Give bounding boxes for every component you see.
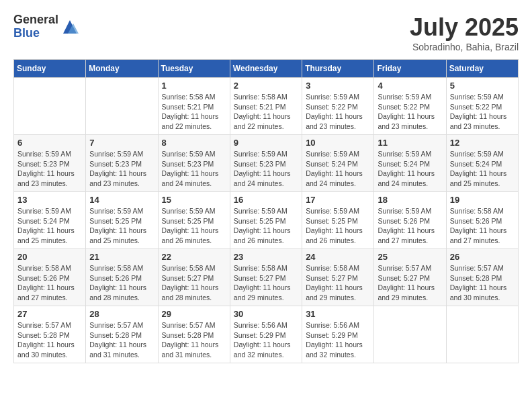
day-number: 13 bbox=[17, 195, 82, 205]
day-info: Sunrise: 5:57 AM Sunset: 5:28 PM Dayligh… bbox=[162, 320, 226, 360]
calendar-cell bbox=[446, 306, 518, 363]
day-info: Sunrise: 5:58 AM Sunset: 5:21 PM Dayligh… bbox=[234, 92, 298, 132]
day-info: Sunrise: 5:59 AM Sunset: 5:24 PM Dayligh… bbox=[17, 206, 82, 246]
day-info: Sunrise: 5:58 AM Sunset: 5:21 PM Dayligh… bbox=[162, 92, 226, 132]
day-number: 27 bbox=[17, 309, 82, 319]
day-info: Sunrise: 5:59 AM Sunset: 5:23 PM Dayligh… bbox=[89, 149, 154, 189]
calendar-cell: 31Sunrise: 5:56 AM Sunset: 5:29 PM Dayli… bbox=[302, 306, 374, 363]
day-number: 31 bbox=[306, 309, 370, 319]
calendar-cell: 18Sunrise: 5:59 AM Sunset: 5:26 PM Dayli… bbox=[374, 192, 446, 249]
day-info: Sunrise: 5:59 AM Sunset: 5:23 PM Dayligh… bbox=[17, 149, 82, 189]
weekday-header: Thursday bbox=[302, 60, 374, 78]
logo-icon bbox=[60, 17, 80, 37]
month-year: July 2025 bbox=[410, 13, 519, 42]
day-number: 16 bbox=[234, 195, 298, 205]
day-number: 23 bbox=[234, 252, 298, 262]
day-info: Sunrise: 5:57 AM Sunset: 5:28 PM Dayligh… bbox=[89, 320, 154, 360]
day-number: 26 bbox=[450, 252, 515, 262]
calendar-cell: 22Sunrise: 5:58 AM Sunset: 5:27 PM Dayli… bbox=[158, 249, 230, 306]
calendar-cell: 21Sunrise: 5:58 AM Sunset: 5:26 PM Dayli… bbox=[86, 249, 158, 306]
page-header: General Blue July 2025 Sobradinho, Bahia… bbox=[13, 13, 519, 52]
calendar-cell: 20Sunrise: 5:58 AM Sunset: 5:26 PM Dayli… bbox=[14, 249, 86, 306]
day-number: 11 bbox=[378, 138, 442, 148]
day-info: Sunrise: 5:58 AM Sunset: 5:26 PM Dayligh… bbox=[450, 206, 515, 246]
day-number: 24 bbox=[306, 252, 370, 262]
calendar-cell: 30Sunrise: 5:56 AM Sunset: 5:29 PM Dayli… bbox=[230, 306, 302, 363]
day-number: 8 bbox=[162, 138, 226, 148]
day-number: 19 bbox=[450, 195, 515, 205]
day-number: 3 bbox=[306, 81, 370, 91]
day-number: 30 bbox=[234, 309, 298, 319]
calendar-cell: 23Sunrise: 5:58 AM Sunset: 5:27 PM Dayli… bbox=[230, 249, 302, 306]
calendar-week-row: 13Sunrise: 5:59 AM Sunset: 5:24 PM Dayli… bbox=[14, 192, 519, 249]
day-info: Sunrise: 5:59 AM Sunset: 5:22 PM Dayligh… bbox=[306, 92, 370, 132]
logo: General Blue bbox=[13, 13, 80, 40]
calendar-week-row: 1Sunrise: 5:58 AM Sunset: 5:21 PM Daylig… bbox=[14, 78, 519, 135]
logo-general: General bbox=[13, 13, 58, 27]
day-number: 12 bbox=[450, 138, 515, 148]
day-number: 21 bbox=[89, 252, 154, 262]
calendar-cell bbox=[14, 78, 86, 135]
weekday-header: Saturday bbox=[446, 60, 518, 78]
day-number: 6 bbox=[17, 138, 82, 148]
calendar-cell: 15Sunrise: 5:59 AM Sunset: 5:25 PM Dayli… bbox=[158, 192, 230, 249]
day-info: Sunrise: 5:56 AM Sunset: 5:29 PM Dayligh… bbox=[234, 320, 298, 360]
day-info: Sunrise: 5:58 AM Sunset: 5:27 PM Dayligh… bbox=[306, 263, 370, 303]
calendar-cell: 14Sunrise: 5:59 AM Sunset: 5:25 PM Dayli… bbox=[86, 192, 158, 249]
day-number: 1 bbox=[162, 81, 226, 91]
day-info: Sunrise: 5:58 AM Sunset: 5:27 PM Dayligh… bbox=[234, 263, 298, 303]
weekday-header: Monday bbox=[86, 60, 158, 78]
calendar-week-row: 6Sunrise: 5:59 AM Sunset: 5:23 PM Daylig… bbox=[14, 135, 519, 192]
day-info: Sunrise: 5:59 AM Sunset: 5:25 PM Dayligh… bbox=[234, 206, 298, 246]
day-number: 4 bbox=[378, 81, 442, 91]
calendar-week-row: 20Sunrise: 5:58 AM Sunset: 5:26 PM Dayli… bbox=[14, 249, 519, 306]
day-number: 20 bbox=[17, 252, 82, 262]
day-info: Sunrise: 5:59 AM Sunset: 5:24 PM Dayligh… bbox=[306, 149, 370, 189]
day-info: Sunrise: 5:58 AM Sunset: 5:26 PM Dayligh… bbox=[17, 263, 82, 303]
day-info: Sunrise: 5:59 AM Sunset: 5:22 PM Dayligh… bbox=[378, 92, 442, 132]
day-number: 7 bbox=[89, 138, 154, 148]
calendar-cell: 29Sunrise: 5:57 AM Sunset: 5:28 PM Dayli… bbox=[158, 306, 230, 363]
day-number: 14 bbox=[89, 195, 154, 205]
logo-blue: Blue bbox=[13, 27, 58, 40]
day-number: 25 bbox=[378, 252, 442, 262]
location: Sobradinho, Bahia, Brazil bbox=[410, 42, 519, 52]
day-number: 5 bbox=[450, 81, 515, 91]
day-number: 9 bbox=[234, 138, 298, 148]
day-number: 10 bbox=[306, 138, 370, 148]
calendar-cell: 4Sunrise: 5:59 AM Sunset: 5:22 PM Daylig… bbox=[374, 78, 446, 135]
calendar-cell: 8Sunrise: 5:59 AM Sunset: 5:23 PM Daylig… bbox=[158, 135, 230, 192]
title-block: July 2025 Sobradinho, Bahia, Brazil bbox=[410, 13, 519, 52]
day-info: Sunrise: 5:59 AM Sunset: 5:24 PM Dayligh… bbox=[450, 149, 515, 189]
day-info: Sunrise: 5:57 AM Sunset: 5:27 PM Dayligh… bbox=[378, 263, 442, 303]
day-info: Sunrise: 5:59 AM Sunset: 5:23 PM Dayligh… bbox=[162, 149, 226, 189]
calendar-cell: 3Sunrise: 5:59 AM Sunset: 5:22 PM Daylig… bbox=[302, 78, 374, 135]
calendar-cell: 1Sunrise: 5:58 AM Sunset: 5:21 PM Daylig… bbox=[158, 78, 230, 135]
day-number: 29 bbox=[162, 309, 226, 319]
calendar-cell: 5Sunrise: 5:59 AM Sunset: 5:22 PM Daylig… bbox=[446, 78, 518, 135]
day-info: Sunrise: 5:59 AM Sunset: 5:25 PM Dayligh… bbox=[162, 206, 226, 246]
calendar-cell: 7Sunrise: 5:59 AM Sunset: 5:23 PM Daylig… bbox=[86, 135, 158, 192]
day-info: Sunrise: 5:59 AM Sunset: 5:23 PM Dayligh… bbox=[234, 149, 298, 189]
weekday-header: Friday bbox=[374, 60, 446, 78]
calendar-week-row: 27Sunrise: 5:57 AM Sunset: 5:28 PM Dayli… bbox=[14, 306, 519, 363]
calendar-cell: 16Sunrise: 5:59 AM Sunset: 5:25 PM Dayli… bbox=[230, 192, 302, 249]
calendar-cell: 19Sunrise: 5:58 AM Sunset: 5:26 PM Dayli… bbox=[446, 192, 518, 249]
calendar-cell bbox=[374, 306, 446, 363]
day-number: 22 bbox=[162, 252, 226, 262]
day-number: 2 bbox=[234, 81, 298, 91]
day-number: 17 bbox=[306, 195, 370, 205]
day-info: Sunrise: 5:58 AM Sunset: 5:26 PM Dayligh… bbox=[89, 263, 154, 303]
calendar-header-row: SundayMondayTuesdayWednesdayThursdayFrid… bbox=[14, 60, 519, 78]
calendar-cell: 13Sunrise: 5:59 AM Sunset: 5:24 PM Dayli… bbox=[14, 192, 86, 249]
calendar-cell: 6Sunrise: 5:59 AM Sunset: 5:23 PM Daylig… bbox=[14, 135, 86, 192]
calendar-table: SundayMondayTuesdayWednesdayThursdayFrid… bbox=[13, 59, 519, 363]
calendar-cell: 12Sunrise: 5:59 AM Sunset: 5:24 PM Dayli… bbox=[446, 135, 518, 192]
calendar-cell bbox=[86, 78, 158, 135]
weekday-header: Sunday bbox=[14, 60, 86, 78]
calendar-cell: 26Sunrise: 5:57 AM Sunset: 5:28 PM Dayli… bbox=[446, 249, 518, 306]
day-info: Sunrise: 5:57 AM Sunset: 5:28 PM Dayligh… bbox=[17, 320, 82, 360]
calendar-cell: 9Sunrise: 5:59 AM Sunset: 5:23 PM Daylig… bbox=[230, 135, 302, 192]
weekday-header: Tuesday bbox=[158, 60, 230, 78]
day-info: Sunrise: 5:59 AM Sunset: 5:22 PM Dayligh… bbox=[450, 92, 515, 132]
